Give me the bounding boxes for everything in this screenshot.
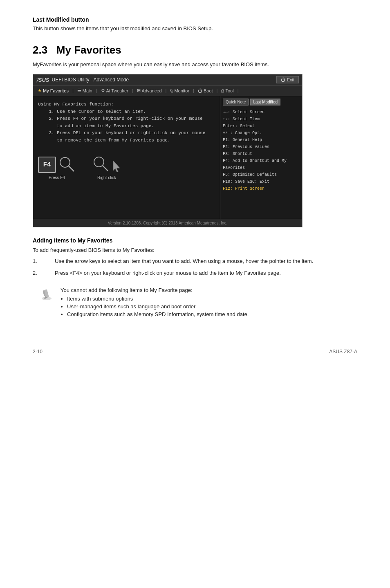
svg-marker-4 — [113, 161, 120, 172]
svg-line-3 — [103, 166, 108, 171]
steps-list: 1. Use the arrow keys to select an item … — [33, 258, 357, 276]
instructions-heading: Using My Favorites function: — [38, 101, 215, 108]
note-item-3: Configuration items such as Memory SPD I… — [67, 311, 249, 317]
star-icon: ★ — [38, 88, 42, 93]
last-modified-heading: Last Modified button — [33, 16, 357, 23]
advanced-icon: ⊞ — [137, 88, 141, 93]
nav-item-advanced[interactable]: ⊞ Advanced — [135, 87, 164, 94]
bios-titlebar: ∕̅SUS UEFI BIOS Utility - Advanced Mode … — [33, 74, 302, 85]
svg-point-0 — [60, 157, 70, 167]
step-1: 1. Use the arrow keys to select an item … — [33, 258, 357, 264]
note-item-2: User-managed items such as language and … — [67, 303, 249, 310]
bios-images-row: F4 Press F4 — [38, 151, 215, 180]
note-icon — [39, 287, 54, 303]
nav-item-monitor[interactable]: ⎗ Monitor — [168, 88, 191, 94]
tweaker-icon: ⚙ — [101, 88, 105, 93]
adding-intro: To add frequently-used BIOS items to My … — [33, 247, 357, 253]
last-modified-text: This button shows the items that you las… — [33, 25, 357, 31]
bios-side-panel: Quick Note Last Modified →←: Select Scre… — [220, 96, 302, 219]
bios-navbar: ★ My Favorites | ☰ Main | ⚙ Ai Tweaker |… — [33, 85, 302, 96]
nav-item-tool[interactable]: ⎙ Tool — [219, 88, 235, 94]
bios-footer: Version 2.10.1208. Copyright (C) 2013 Am… — [33, 219, 302, 227]
note-box: You cannot add the following items to My… — [33, 282, 357, 324]
boot-icon: ⏻ — [198, 88, 202, 93]
nav-item-main[interactable]: ☰ Main — [75, 87, 94, 94]
note-content: You cannot add the following items to My… — [61, 287, 249, 319]
last-modified-section: Last Modified button This button shows t… — [33, 16, 357, 31]
quick-note-button[interactable]: Quick Note — [223, 99, 249, 105]
magnifier-icon — [58, 155, 76, 173]
asus-logo: ∕̅SUS — [36, 77, 49, 83]
f4-key-icon: F4 — [38, 157, 56, 173]
note-item-1: Items with submenu options — [67, 296, 249, 302]
press-f4-item: F4 Press F4 — [38, 151, 76, 180]
bios-main-panel: Using My Favorites function: 1. Use the … — [33, 96, 220, 219]
right-click-caption: Right-click — [97, 175, 116, 180]
bios-title-left: ∕̅SUS UEFI BIOS Utility - Advanced Mode — [36, 77, 129, 83]
bios-title-text: UEFI BIOS Utility - Advanced Mode — [52, 77, 129, 83]
bios-shortcut-list: →←: Select Screen ↑↓: Select Item Enter:… — [223, 109, 300, 192]
main-icon: ☰ — [77, 88, 81, 93]
chapter-intro: MyFavorites is your personal space where… — [33, 61, 357, 67]
chapter-heading: 2.3 My Favorites — [33, 44, 357, 56]
bios-exit-button[interactable]: ⏻ Exit — [276, 76, 299, 83]
bios-screenshot: ∕̅SUS UEFI BIOS Utility - Advanced Mode … — [33, 74, 303, 227]
nav-item-boot[interactable]: ⏻ Boot — [196, 88, 215, 94]
press-f4-caption: Press F4 — [49, 175, 65, 180]
power-icon: ⏻ — [281, 77, 285, 82]
magnifier-cursor-icon — [92, 155, 110, 173]
nav-item-ai-tweaker[interactable]: ⚙ Ai Tweaker — [99, 87, 130, 94]
monitor-icon: ⎗ — [170, 88, 173, 93]
adding-heading: Adding items to My Favorites — [33, 237, 357, 244]
tool-icon: ⎙ — [221, 88, 224, 93]
product-name: ASUS Z87-A — [329, 349, 357, 355]
note-items-list: Items with submenu options User-managed … — [67, 296, 249, 317]
bios-side-buttons: Quick Note Last Modified — [223, 99, 300, 105]
page-footer: 2-10 ASUS Z87-A — [33, 349, 357, 355]
bios-body: Using My Favorites function: 1. Use the … — [33, 96, 302, 219]
right-click-item: Right-click — [92, 151, 121, 180]
adding-section: Adding items to My Favorites To add freq… — [33, 237, 357, 324]
last-modified-button[interactable]: Last Modified — [250, 99, 280, 105]
bios-instructions: Using My Favorites function: 1. Use the … — [38, 101, 215, 144]
svg-line-1 — [69, 166, 74, 171]
step-2: 2. Press <F4> on your keyboard or right-… — [33, 270, 357, 276]
nav-item-my-favorites[interactable]: ★ My Favorites — [36, 87, 71, 94]
cursor-icon — [112, 160, 121, 173]
note-intro-text: You cannot add the following items to My… — [61, 287, 193, 293]
page-number: 2-10 — [33, 349, 43, 355]
svg-point-2 — [94, 157, 104, 167]
